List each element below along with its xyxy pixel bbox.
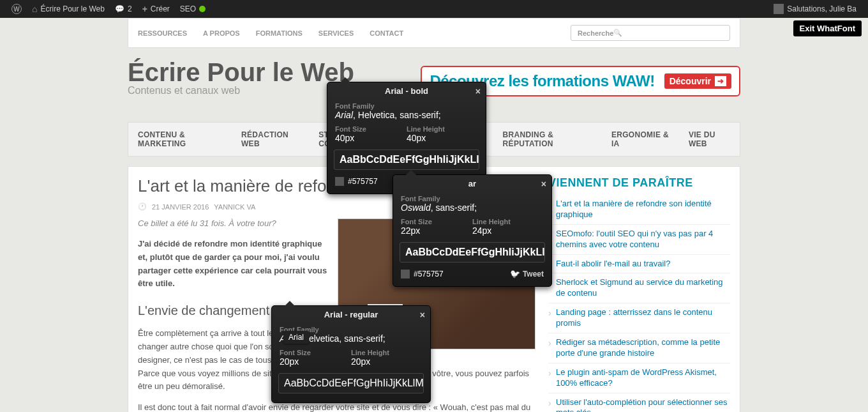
close-icon[interactable]: ×	[420, 310, 425, 320]
whatfont-tooltip: Arial	[283, 331, 309, 344]
post-author[interactable]: YANNICK VA	[214, 203, 255, 211]
wf-label-family: Font Family	[335, 102, 478, 110]
close-icon[interactable]: ×	[541, 179, 546, 189]
top-nav: RESSOURCES A PROPOS FORMATIONS SERVICES …	[128, 18, 740, 48]
twitter-icon	[510, 269, 520, 278]
seo-status-icon	[199, 6, 206, 12]
nav-vie-web[interactable]: VIE DU WEB	[689, 130, 730, 148]
wf-sample: AaBbCcDdEeFfGgHhIiJjKkLlMmNn	[400, 242, 545, 263]
site-title[interactable]: Écrire Pour le Web	[128, 59, 354, 85]
color-swatch	[401, 270, 410, 278]
search-icon	[613, 29, 622, 37]
search-placeholder: Recherche	[578, 29, 613, 37]
color-swatch	[335, 177, 344, 186]
wp-logo[interactable]: W	[6, 0, 27, 18]
wf-color: #575757	[348, 177, 378, 186]
site-name-link[interactable]: Écrire Pour le Web	[27, 0, 110, 18]
search-input[interactable]: Recherche	[571, 25, 730, 41]
sidebar: VIENNENT DE PARAÎTRE L'art et la manière…	[548, 176, 730, 412]
wf-title: Arial - regular×	[272, 306, 430, 323]
whatfont-panel[interactable]: Arial - regular× Font FamilyArial, Helve…	[271, 305, 431, 403]
wf-title: Arial - bold×	[327, 82, 486, 100]
nav-apropos[interactable]: A PROPOS	[203, 29, 240, 37]
nav-contenu-marketing[interactable]: CONTENU & MARKETING	[138, 130, 223, 148]
arrow-right-icon: ➜	[715, 76, 726, 86]
list-item[interactable]: Utiliser l'auto-complétion pour sélectio…	[548, 393, 730, 412]
list-item[interactable]: L'art et la manière de refondre son iden…	[548, 195, 730, 225]
nav-services[interactable]: SERVICES	[318, 29, 354, 37]
nav-redaction[interactable]: RÉDACTION WEB	[241, 130, 301, 148]
clock-icon	[138, 202, 147, 211]
recent-posts-list: L'art et la manière de refondre son iden…	[548, 195, 730, 412]
widget-title: VIENNENT DE PARAÎTRE	[548, 176, 730, 190]
close-icon[interactable]: ×	[475, 86, 481, 96]
list-item[interactable]: Landing page : atterrissez dans le conte…	[548, 303, 730, 333]
comment-icon	[115, 4, 124, 13]
wf-title: ar×	[393, 175, 551, 192]
wf-sample: AaBbCcDdEeFfGgHhIiJjKkLlMmNn	[334, 149, 479, 170]
new-content-link[interactable]: Créer	[137, 0, 175, 18]
nav-contact[interactable]: CONTACT	[370, 29, 403, 37]
tweet-button[interactable]: Tweet	[510, 269, 544, 278]
comments-link[interactable]: 2	[110, 0, 137, 18]
site-tagline: Contenus et canaux web	[128, 85, 354, 96]
list-item[interactable]: SEOmofo: l'outil SEO qui n'y vas pas par…	[548, 225, 730, 255]
whatfont-panel[interactable]: ar× Font FamilyOswald, sans-serif; Font …	[393, 174, 552, 287]
list-item[interactable]: Sherlock et Sigmund au service du market…	[548, 273, 730, 303]
nav-ressources[interactable]: RESSOURCES	[138, 29, 187, 37]
avatar-icon	[774, 4, 784, 14]
home-icon	[32, 4, 37, 14]
list-item[interactable]: Le plugin anti-spam de WordPress Akismet…	[548, 363, 730, 393]
cta-button[interactable]: Découvrir➜	[664, 73, 731, 89]
wf-sample: AaBbCcDdEeFfGgHhIiJjKkLlMmNn	[278, 373, 424, 393]
user-greeting[interactable]: Salutations, Julie Ba	[768, 0, 862, 18]
post-date: 21 JANVIER 2016	[152, 203, 209, 211]
list-item[interactable]: Faut-il abolir l'e-mail au travail?	[548, 255, 730, 274]
list-item[interactable]: Rédiger sa métadescription, comme la pet…	[548, 333, 730, 363]
wp-admin-bar: W Écrire Pour le Web 2 Créer SEO Salutat…	[0, 0, 868, 18]
nav-formations[interactable]: FORMATIONS	[256, 29, 303, 37]
nav-branding[interactable]: BRANDING & RÉPUTATION	[503, 130, 594, 148]
wf-color: #575757	[414, 270, 444, 278]
seo-link[interactable]: SEO	[175, 0, 211, 18]
plus-icon	[142, 4, 147, 14]
nav-ergonomie[interactable]: ERGONOMIE & IA	[611, 130, 671, 148]
exit-whatfont-button[interactable]: Exit WhatFont	[793, 20, 862, 36]
